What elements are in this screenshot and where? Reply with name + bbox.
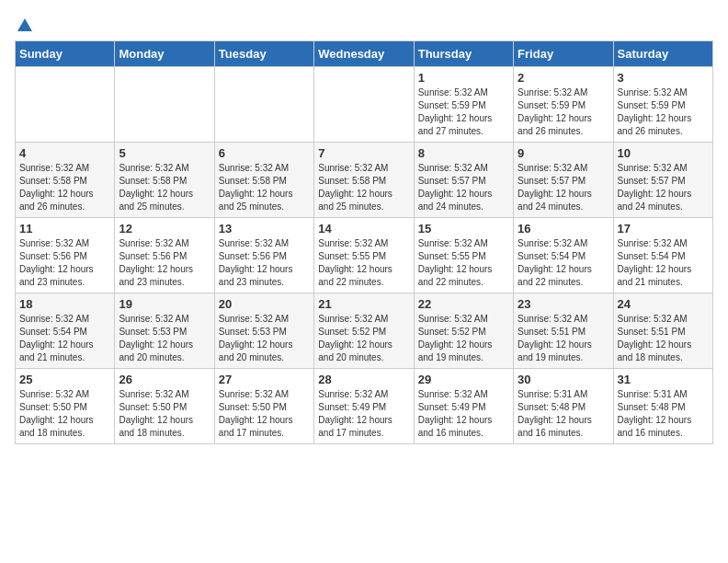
calendar-cell: 7Sunrise: 5:32 AM Sunset: 5:58 PM Daylig…	[314, 143, 414, 218]
calendar-cell: 17Sunrise: 5:32 AM Sunset: 5:54 PM Dayli…	[613, 218, 712, 293]
calendar-cell: 23Sunrise: 5:32 AM Sunset: 5:51 PM Dayli…	[514, 293, 613, 369]
day-number: 19	[119, 297, 210, 311]
calendar-cell: 3Sunrise: 5:32 AM Sunset: 5:59 PM Daylig…	[613, 67, 712, 143]
day-info: Sunrise: 5:32 AM Sunset: 5:52 PM Dayligh…	[418, 313, 509, 364]
day-info: Sunrise: 5:32 AM Sunset: 5:50 PM Dayligh…	[119, 388, 210, 440]
calendar-cell	[214, 67, 313, 143]
calendar-cell: 13Sunrise: 5:32 AM Sunset: 5:56 PM Dayli…	[214, 218, 313, 293]
calendar-cell: 28Sunrise: 5:32 AM Sunset: 5:49 PM Dayli…	[314, 369, 414, 444]
day-number: 10	[618, 146, 709, 160]
calendar-cell: 29Sunrise: 5:32 AM Sunset: 5:49 PM Dayli…	[414, 369, 513, 444]
calendar-cell: 5Sunrise: 5:32 AM Sunset: 5:58 PM Daylig…	[115, 143, 214, 218]
calendar-week-row: 25Sunrise: 5:32 AM Sunset: 5:50 PM Dayli…	[16, 369, 713, 444]
day-info: Sunrise: 5:32 AM Sunset: 5:59 PM Dayligh…	[618, 86, 709, 138]
col-header-saturday: Saturday	[613, 41, 712, 67]
col-header-tuesday: Tuesday	[214, 41, 313, 67]
day-info: Sunrise: 5:32 AM Sunset: 5:56 PM Dayligh…	[19, 237, 110, 289]
calendar-cell: 9Sunrise: 5:32 AM Sunset: 5:57 PM Daylig…	[514, 143, 613, 218]
page-header	[15, 15, 713, 33]
calendar-header-row: SundayMondayTuesdayWednesdayThursdayFrid…	[16, 41, 713, 67]
calendar-cell: 24Sunrise: 5:32 AM Sunset: 5:51 PM Dayli…	[613, 293, 712, 369]
calendar-cell: 19Sunrise: 5:32 AM Sunset: 5:53 PM Dayli…	[115, 293, 214, 369]
day-number: 18	[19, 297, 110, 311]
calendar-cell: 16Sunrise: 5:32 AM Sunset: 5:54 PM Dayli…	[514, 218, 613, 293]
day-number: 4	[19, 146, 110, 160]
day-number: 26	[119, 373, 210, 386]
calendar-cell: 14Sunrise: 5:32 AM Sunset: 5:55 PM Dayli…	[314, 218, 414, 293]
day-number: 20	[219, 297, 310, 311]
calendar-cell	[115, 67, 214, 143]
day-info: Sunrise: 5:31 AM Sunset: 5:48 PM Dayligh…	[618, 388, 709, 440]
day-number: 7	[318, 146, 409, 160]
day-number: 14	[318, 222, 409, 236]
day-info: Sunrise: 5:32 AM Sunset: 5:59 PM Dayligh…	[418, 86, 509, 138]
calendar-table: SundayMondayTuesdayWednesdayThursdayFrid…	[15, 40, 713, 444]
calendar-cell: 8Sunrise: 5:32 AM Sunset: 5:57 PM Daylig…	[414, 143, 513, 218]
day-info: Sunrise: 5:32 AM Sunset: 5:51 PM Dayligh…	[618, 313, 709, 364]
day-number: 1	[418, 71, 509, 85]
day-number: 11	[19, 222, 110, 236]
calendar-week-row: 4Sunrise: 5:32 AM Sunset: 5:58 PM Daylig…	[16, 143, 713, 218]
day-number: 29	[418, 373, 509, 386]
col-header-friday: Friday	[514, 41, 613, 67]
day-number: 25	[19, 373, 110, 386]
calendar-cell: 27Sunrise: 5:32 AM Sunset: 5:50 PM Dayli…	[214, 369, 313, 444]
day-number: 12	[119, 222, 210, 236]
calendar-cell: 6Sunrise: 5:32 AM Sunset: 5:58 PM Daylig…	[214, 143, 313, 218]
day-info: Sunrise: 5:32 AM Sunset: 5:53 PM Dayligh…	[219, 313, 310, 364]
day-number: 2	[518, 71, 609, 85]
logo	[15, 15, 33, 33]
day-info: Sunrise: 5:32 AM Sunset: 5:58 PM Dayligh…	[119, 162, 210, 213]
calendar-cell: 2Sunrise: 5:32 AM Sunset: 5:59 PM Daylig…	[514, 67, 613, 143]
day-number: 28	[318, 373, 409, 386]
day-number: 13	[219, 222, 310, 236]
calendar-cell: 12Sunrise: 5:32 AM Sunset: 5:56 PM Dayli…	[115, 218, 214, 293]
day-info: Sunrise: 5:32 AM Sunset: 5:50 PM Dayligh…	[19, 388, 110, 440]
calendar-cell: 15Sunrise: 5:32 AM Sunset: 5:55 PM Dayli…	[414, 218, 513, 293]
day-info: Sunrise: 5:32 AM Sunset: 5:57 PM Dayligh…	[418, 162, 509, 213]
day-number: 6	[219, 146, 310, 160]
day-number: 21	[318, 297, 409, 311]
calendar-cell: 20Sunrise: 5:32 AM Sunset: 5:53 PM Dayli…	[214, 293, 313, 369]
calendar-cell: 10Sunrise: 5:32 AM Sunset: 5:57 PM Dayli…	[613, 143, 712, 218]
logo-triangle-icon	[17, 17, 33, 33]
day-info: Sunrise: 5:32 AM Sunset: 5:55 PM Dayligh…	[318, 237, 409, 289]
day-info: Sunrise: 5:32 AM Sunset: 5:57 PM Dayligh…	[518, 162, 609, 213]
calendar-cell	[314, 67, 414, 143]
day-info: Sunrise: 5:32 AM Sunset: 5:55 PM Dayligh…	[418, 237, 509, 289]
day-number: 17	[618, 222, 709, 236]
calendar-week-row: 1Sunrise: 5:32 AM Sunset: 5:59 PM Daylig…	[16, 67, 713, 143]
calendar-week-row: 18Sunrise: 5:32 AM Sunset: 5:54 PM Dayli…	[16, 293, 713, 369]
day-info: Sunrise: 5:32 AM Sunset: 5:53 PM Dayligh…	[119, 313, 210, 364]
day-info: Sunrise: 5:32 AM Sunset: 5:58 PM Dayligh…	[318, 162, 409, 213]
calendar-cell: 1Sunrise: 5:32 AM Sunset: 5:59 PM Daylig…	[414, 67, 513, 143]
calendar-cell: 25Sunrise: 5:32 AM Sunset: 5:50 PM Dayli…	[16, 369, 115, 444]
day-info: Sunrise: 5:32 AM Sunset: 5:50 PM Dayligh…	[219, 388, 310, 440]
day-info: Sunrise: 5:32 AM Sunset: 5:59 PM Dayligh…	[518, 86, 609, 138]
calendar-cell: 31Sunrise: 5:31 AM Sunset: 5:48 PM Dayli…	[613, 369, 712, 444]
day-info: Sunrise: 5:32 AM Sunset: 5:54 PM Dayligh…	[618, 237, 709, 289]
col-header-sunday: Sunday	[16, 41, 115, 67]
calendar-cell: 30Sunrise: 5:31 AM Sunset: 5:48 PM Dayli…	[514, 369, 613, 444]
day-info: Sunrise: 5:32 AM Sunset: 5:52 PM Dayligh…	[318, 313, 409, 364]
calendar-cell	[16, 67, 115, 143]
day-number: 22	[418, 297, 509, 311]
col-header-monday: Monday	[115, 41, 214, 67]
day-number: 5	[119, 146, 210, 160]
day-info: Sunrise: 5:32 AM Sunset: 5:54 PM Dayligh…	[19, 313, 110, 364]
day-number: 27	[219, 373, 310, 386]
day-number: 9	[518, 146, 609, 160]
day-number: 8	[418, 146, 509, 160]
day-info: Sunrise: 5:32 AM Sunset: 5:51 PM Dayligh…	[518, 313, 609, 364]
day-number: 15	[418, 222, 509, 236]
day-info: Sunrise: 5:32 AM Sunset: 5:57 PM Dayligh…	[618, 162, 709, 213]
svg-marker-0	[17, 18, 32, 31]
day-info: Sunrise: 5:32 AM Sunset: 5:49 PM Dayligh…	[318, 388, 409, 440]
day-info: Sunrise: 5:32 AM Sunset: 5:49 PM Dayligh…	[418, 388, 509, 440]
col-header-thursday: Thursday	[414, 41, 513, 67]
day-info: Sunrise: 5:31 AM Sunset: 5:48 PM Dayligh…	[518, 388, 609, 440]
calendar-week-row: 11Sunrise: 5:32 AM Sunset: 5:56 PM Dayli…	[16, 218, 713, 293]
day-number: 30	[518, 373, 609, 386]
calendar-cell: 21Sunrise: 5:32 AM Sunset: 5:52 PM Dayli…	[314, 293, 414, 369]
day-number: 16	[518, 222, 609, 236]
